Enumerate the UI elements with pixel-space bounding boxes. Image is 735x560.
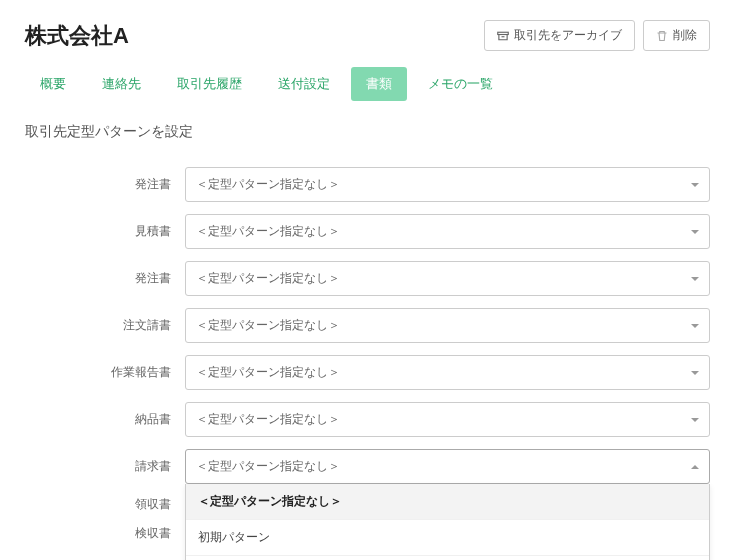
tab-documents[interactable]: 書類 xyxy=(351,67,407,101)
tab-contacts[interactable]: 連絡先 xyxy=(87,67,156,101)
row-label: 検収書 xyxy=(25,525,185,542)
archive-button[interactable]: 取引先をアーカイブ xyxy=(484,20,635,51)
tab-memos[interactable]: メモの一覧 xyxy=(413,67,508,101)
select-value: ＜定型パターン指定なし＞ xyxy=(196,270,340,287)
delete-button[interactable]: 削除 xyxy=(643,20,710,51)
select-nouhin[interactable]: ＜定型パターン指定なし＞ xyxy=(185,402,710,437)
tab-overview[interactable]: 概要 xyxy=(25,67,81,101)
select-value: ＜定型パターン指定なし＞ xyxy=(196,364,340,381)
chevron-up-icon xyxy=(691,465,699,469)
row-label: 請求書 xyxy=(25,458,185,475)
section-title: 取引先定型パターンを設定 xyxy=(25,123,710,149)
chevron-down-icon xyxy=(691,277,699,281)
dropdown-menu: ＜定型パターン指定なし＞ 初期パターン 定型パターンサンプル 第一定型パターン … xyxy=(185,484,710,560)
row-label: 見積書 xyxy=(25,223,185,240)
form: 発注書 ＜定型パターン指定なし＞ 見積書 ＜定型パターン指定なし＞ 発注書 ＜定… xyxy=(25,167,710,542)
tab-history[interactable]: 取引先履歴 xyxy=(162,67,257,101)
chevron-down-icon xyxy=(691,371,699,375)
row-label: 注文請書 xyxy=(25,317,185,334)
dropdown-option[interactable]: ＜定型パターン指定なし＞ xyxy=(186,484,709,520)
archive-label: 取引先をアーカイブ xyxy=(514,27,622,44)
select-hatchu1[interactable]: ＜定型パターン指定なし＞ xyxy=(185,167,710,202)
trash-icon xyxy=(656,30,668,42)
delete-label: 削除 xyxy=(673,27,697,44)
svg-rect-0 xyxy=(498,32,509,34)
page-title: 株式会社A xyxy=(25,21,129,51)
row-label: 発注書 xyxy=(25,176,185,193)
header-actions: 取引先をアーカイブ 削除 xyxy=(484,20,710,51)
archive-icon xyxy=(497,30,509,42)
select-hatchu2[interactable]: ＜定型パターン指定なし＞ xyxy=(185,261,710,296)
select-value: ＜定型パターン指定なし＞ xyxy=(196,411,340,428)
row-label: 納品書 xyxy=(25,411,185,428)
chevron-down-icon xyxy=(691,183,699,187)
select-mitsumori[interactable]: ＜定型パターン指定なし＞ xyxy=(185,214,710,249)
row-label: 発注書 xyxy=(25,270,185,287)
tabs: 概要 連絡先 取引先履歴 送付設定 書類 メモの一覧 xyxy=(25,67,710,101)
select-seikyu[interactable]: ＜定型パターン指定なし＞ xyxy=(185,449,710,484)
select-value: ＜定型パターン指定なし＞ xyxy=(196,317,340,334)
dropdown-option[interactable]: 初期パターン xyxy=(186,520,709,556)
row-label: 作業報告書 xyxy=(25,364,185,381)
row-label: 領収書 xyxy=(25,496,185,513)
tab-delivery[interactable]: 送付設定 xyxy=(263,67,345,101)
chevron-down-icon xyxy=(691,324,699,328)
select-value: ＜定型パターン指定なし＞ xyxy=(196,458,340,475)
select-chumon[interactable]: ＜定型パターン指定なし＞ xyxy=(185,308,710,343)
select-value: ＜定型パターン指定なし＞ xyxy=(196,176,340,193)
select-value: ＜定型パターン指定なし＞ xyxy=(196,223,340,240)
select-sagyou[interactable]: ＜定型パターン指定なし＞ xyxy=(185,355,710,390)
dropdown-option[interactable]: 定型パターンサンプル xyxy=(186,556,709,560)
chevron-down-icon xyxy=(691,230,699,234)
chevron-down-icon xyxy=(691,418,699,422)
